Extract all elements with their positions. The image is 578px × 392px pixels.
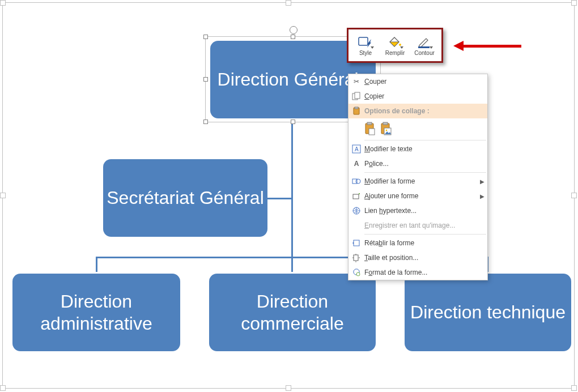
- svg-rect-6: [355, 107, 358, 109]
- svg-rect-11: [383, 122, 388, 125]
- menu-label: Copier: [364, 92, 487, 100]
- object-handle[interactable]: [0, 0, 6, 6]
- svg-rect-2: [418, 46, 430, 48]
- connector: [291, 122, 293, 159]
- format-shape-icon: [348, 268, 364, 277]
- node-direction-commerciale[interactable]: Direction commerciale: [209, 274, 376, 351]
- menu-change-shape[interactable]: Modifier la forme ▶: [348, 174, 487, 189]
- menu-label: Enregistrer en tant qu'image...: [364, 221, 487, 229]
- connector: [96, 257, 97, 272]
- mini-toolbar: Style Remplir Contour: [347, 28, 443, 63]
- svg-rect-0: [359, 37, 368, 45]
- fill-bucket-icon: [388, 35, 402, 49]
- connector: [291, 257, 293, 272]
- node-direction-technique[interactable]: Direction technique: [405, 274, 571, 351]
- hyperlink-icon: [348, 206, 364, 215]
- node-label: Direction administrative: [12, 291, 180, 334]
- node-label: Direction commerciale: [209, 291, 376, 334]
- menu-font[interactable]: A Police...: [348, 156, 487, 171]
- menu-label: Modifier le texte: [364, 145, 487, 153]
- menu-label: Rétablir la forme: [364, 239, 487, 247]
- toolbar-label: Remplir: [385, 50, 405, 56]
- submenu-arrow-icon: ▶: [477, 178, 487, 185]
- node-secretariat-general[interactable]: Secrétariat Général: [103, 159, 267, 237]
- menu-label: Lien hypertexte...: [364, 207, 487, 215]
- clipboard-icon: [348, 106, 364, 116]
- callout-arrow: [453, 41, 521, 52]
- menu-cut[interactable]: ✂ Couper: [348, 74, 487, 89]
- object-handle[interactable]: [286, 0, 291, 6]
- node-direction-administrative[interactable]: Direction administrative: [12, 274, 180, 351]
- connector: [291, 159, 293, 258]
- object-handle[interactable]: [0, 193, 6, 198]
- node-label: Secrétariat Général: [107, 187, 264, 208]
- toolbar-label: Contour: [414, 50, 435, 56]
- menu-separator: [364, 234, 486, 235]
- shape-style-icon: [358, 35, 373, 49]
- scissors-icon: ✂: [354, 78, 359, 86]
- size-position-icon: [348, 253, 364, 262]
- dropdown-caret-icon: [430, 46, 433, 49]
- fill-button[interactable]: Remplir: [380, 35, 410, 56]
- menu-label: Modifier la forme: [364, 177, 477, 185]
- dropdown-caret-icon: [400, 46, 403, 49]
- node-label: Direction technique: [410, 301, 566, 323]
- svg-rect-21: [354, 255, 358, 261]
- smartart-canvas[interactable]: Direction Générale Secrétariat Général D…: [2, 2, 575, 389]
- menu-separator: [364, 140, 486, 140]
- menu-label: Options de collage :: [364, 107, 487, 115]
- object-handle[interactable]: [571, 385, 577, 391]
- context-menu: ✂ Couper Copier Options de collage : A M…: [348, 74, 488, 280]
- object-handle[interactable]: [571, 0, 577, 6]
- paste-picture-button[interactable]: [380, 122, 392, 135]
- svg-point-13: [386, 130, 388, 131]
- add-shape-icon: [348, 191, 364, 201]
- resize-handle[interactable]: [203, 77, 208, 82]
- change-shape-icon: [348, 177, 364, 186]
- menu-copy[interactable]: Copier: [348, 89, 487, 104]
- resize-handle[interactable]: [291, 35, 295, 39]
- svg-point-22: [356, 272, 360, 276]
- toolbar-label: Style: [359, 50, 372, 56]
- svg-rect-4: [355, 92, 360, 99]
- submenu-arrow-icon: ▶: [477, 193, 487, 199]
- menu-paste-options: Options de collage :: [348, 104, 487, 118]
- menu-hyperlink[interactable]: Lien hypertexte...: [348, 203, 487, 218]
- resize-handle[interactable]: [291, 120, 295, 124]
- resize-handle[interactable]: [203, 35, 208, 39]
- svg-rect-20: [354, 240, 359, 246]
- rotate-handle[interactable]: [290, 26, 298, 34]
- svg-rect-8: [367, 122, 372, 125]
- object-handle[interactable]: [0, 385, 6, 391]
- resize-handle[interactable]: [203, 120, 208, 124]
- object-handle[interactable]: [571, 193, 577, 198]
- svg-point-17: [356, 179, 360, 184]
- menu-label: Format de la forme...: [364, 269, 487, 276]
- connector: [266, 198, 293, 199]
- menu-label: Police...: [364, 160, 487, 168]
- svg-point-1: [399, 44, 401, 46]
- svg-rect-18: [353, 194, 359, 199]
- svg-text:A: A: [355, 146, 359, 152]
- font-icon: A: [348, 160, 364, 168]
- menu-add-shape[interactable]: Ajouter une forme ▶: [348, 189, 487, 203]
- paste-options-row: [348, 118, 487, 139]
- menu-save-as-image[interactable]: Enregistrer en tant qu'image...: [348, 218, 487, 233]
- menu-label: Couper: [364, 78, 487, 86]
- menu-label: Taille et position...: [364, 254, 487, 262]
- reset-shape-icon: [348, 238, 364, 248]
- paste-keep-formatting-button[interactable]: [364, 122, 376, 135]
- outline-pen-icon: [417, 35, 432, 49]
- menu-edit-text[interactable]: A Modifier le texte: [348, 142, 487, 156]
- style-button[interactable]: Style: [351, 35, 380, 56]
- object-handle[interactable]: [286, 385, 291, 391]
- menu-separator: [364, 172, 486, 173]
- dropdown-caret-icon: [371, 46, 374, 49]
- menu-size-position[interactable]: Taille et position...: [348, 250, 487, 265]
- menu-label: Ajouter une forme: [364, 192, 477, 200]
- copy-icon: [348, 92, 364, 101]
- outline-button[interactable]: Contour: [410, 35, 439, 56]
- menu-reset-shape[interactable]: Rétablir la forme: [348, 236, 487, 250]
- menu-format-shape[interactable]: Format de la forme...: [348, 265, 487, 280]
- edit-text-icon: A: [348, 144, 364, 154]
